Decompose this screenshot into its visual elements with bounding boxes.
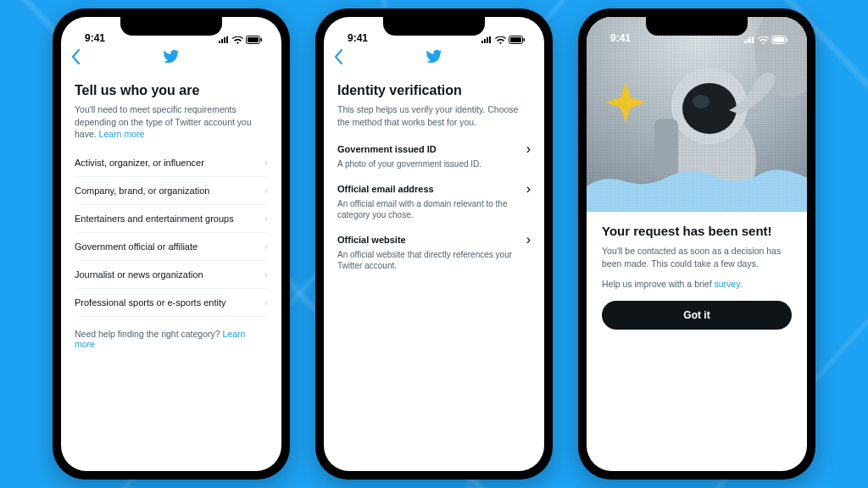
survey-text: Help us improve with a brief survey. — [602, 278, 792, 291]
chevron-right-icon: › — [526, 141, 531, 157]
status-icons — [743, 36, 792, 44]
notch — [383, 17, 485, 36]
chevron-right-icon: › — [264, 213, 268, 225]
status-time: 9:41 — [76, 32, 105, 44]
page-subtitle: You'll need to meet specific requirement… — [75, 103, 268, 141]
chevron-right-icon: › — [264, 269, 268, 280]
nav-bar — [61, 46, 281, 71]
svg-rect-8 — [787, 38, 788, 42]
twitter-logo-icon — [163, 50, 180, 67]
help-text: Need help finding the right category? Le… — [75, 329, 268, 349]
phone-mockup-3: 9:41 — [578, 8, 815, 480]
page-title: Identity verification — [337, 83, 531, 98]
astronaut-icon — [587, 17, 807, 212]
verification-option[interactable]: Government issued ID› A photo of your go… — [337, 136, 531, 176]
verification-option[interactable]: Official email address› An official emai… — [337, 176, 531, 227]
svg-rect-4 — [510, 37, 521, 42]
chevron-right-icon: › — [526, 232, 531, 247]
back-button[interactable] — [71, 49, 81, 69]
svg-point-18 — [682, 83, 737, 134]
status-time: 9:41 — [339, 32, 368, 44]
chevron-right-icon: › — [264, 157, 268, 169]
nav-bar — [324, 46, 544, 71]
status-icons — [218, 36, 266, 44]
status-time: 9:41 — [602, 32, 631, 44]
category-row[interactable]: Journalist or news organization› — [75, 261, 268, 289]
svg-rect-5 — [524, 38, 526, 42]
content-area: Your request has been sent! You'll be co… — [587, 212, 807, 341]
verification-option[interactable]: Official website› An official website th… — [337, 227, 531, 278]
phone-mockup-1: 9:41 Tell us who you are You'll need to … — [53, 8, 290, 480]
page-subtitle: This step helps us verify your identity.… — [337, 103, 531, 128]
chevron-right-icon: › — [264, 185, 268, 197]
page-title: Tell us who you are — [75, 83, 268, 98]
learn-more-link[interactable]: Learn more — [99, 129, 145, 139]
notch — [646, 17, 748, 36]
screen: 9:41 Tell us who you are You'll need to … — [61, 17, 281, 471]
category-row[interactable]: Company, brand, or organization› — [75, 177, 268, 205]
svg-rect-1 — [248, 37, 259, 42]
category-row[interactable]: Entertainers and entertainment groups› — [75, 205, 268, 233]
phone-mockup-2: 9:41 Identity verification This step hel… — [315, 8, 553, 480]
twitter-logo-icon — [426, 50, 442, 67]
svg-rect-7 — [773, 37, 784, 42]
svg-point-19 — [693, 95, 709, 108]
svg-rect-2 — [261, 38, 263, 42]
content-area: Tell us who you are You'll need to meet … — [61, 71, 281, 471]
screen: 9:41 — [587, 17, 807, 471]
chevron-right-icon: › — [264, 297, 268, 308]
body-text: You'll be contacted as soon as a decisio… — [602, 245, 792, 269]
chevron-right-icon: › — [526, 181, 531, 197]
notch — [120, 17, 222, 36]
survey-link[interactable]: survey — [714, 279, 739, 289]
chevron-right-icon: › — [264, 241, 268, 252]
content-area: Identity verification This step helps us… — [324, 71, 544, 471]
page-title: Your request has been sent! — [602, 224, 792, 238]
got-it-button[interactable]: Got it — [602, 301, 792, 330]
category-row[interactable]: Professional sports or e-sports entity› — [75, 289, 268, 317]
svg-rect-20 — [654, 119, 678, 178]
back-button[interactable] — [334, 49, 343, 69]
status-icons — [481, 36, 529, 44]
category-row[interactable]: Government official or affiliate› — [75, 233, 268, 261]
screen: 9:41 Identity verification This step hel… — [324, 17, 544, 471]
category-row[interactable]: Activist, organizer, or influencer› — [75, 149, 268, 177]
hero-illustration — [587, 17, 807, 212]
